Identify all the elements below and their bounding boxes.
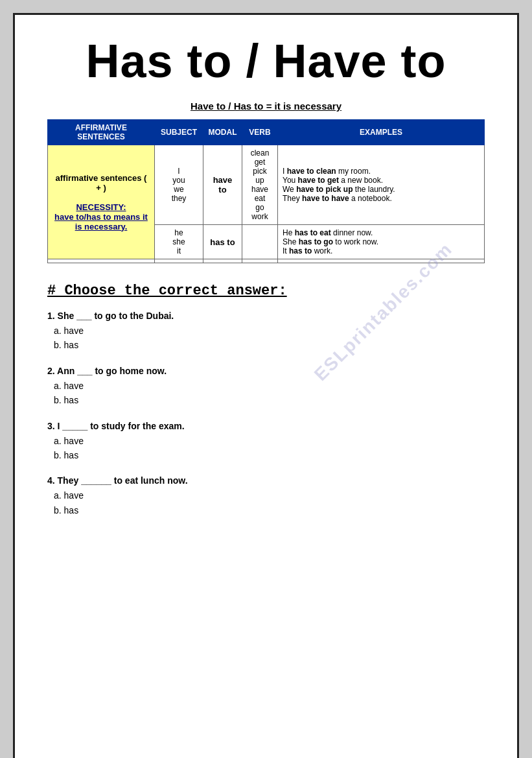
header-affirmative: AFFIRMATIVESENTENCES <box>48 120 155 145</box>
question-2-option-a: a. have <box>54 379 485 393</box>
question-4-text: 4. They ______ to eat lunch now. <box>47 475 485 486</box>
grammar-table: AFFIRMATIVESENTENCES SUBJECT MODAL VERB … <box>47 119 485 263</box>
subject-row2: hesheit <box>155 225 203 259</box>
affirmative-label-cell: affirmative sentences ( + ) NECESSITY:ha… <box>48 145 155 259</box>
header-subject: SUBJECT <box>155 120 203 145</box>
modal-row1: haveto <box>203 145 242 225</box>
question-4-option-a: a. have <box>54 488 485 503</box>
header-verb: VERB <box>242 120 278 145</box>
header-modal: MODAL <box>203 120 242 145</box>
affirmative-label: affirmative sentences ( + ) <box>56 173 147 193</box>
section-heading: # Choose the correct answer: <box>47 283 485 299</box>
question-1-option-b: b. has <box>54 338 485 352</box>
question-1-option-a: a. have <box>54 324 485 338</box>
question-2-option-b: b. has <box>54 393 485 407</box>
examples-row2: He has to eat dinner now. She has to go … <box>278 225 485 259</box>
subtitle: Have to / Has to = it is necessary <box>47 101 485 112</box>
subject-row1: Iyouwethey <box>155 145 203 225</box>
question-4: 4. They ______ to eat lunch now. a. have… <box>47 475 485 517</box>
question-3-option-a: a. have <box>54 434 485 448</box>
verb-row2 <box>242 225 278 259</box>
question-2: 2. Ann ___ to go home now. a. have b. ha… <box>47 366 485 408</box>
page: ESLprintables.com Has to / Have to Have … <box>13 13 519 758</box>
verb-row1: cleangetpickuphaveeatgowork <box>242 145 278 225</box>
question-4-option-b: b. has <box>54 503 485 517</box>
question-3-text: 3. I _____ to study for the exam. <box>47 421 485 431</box>
necessity-label: NECESSITY:have to/has to means it is nec… <box>54 202 148 231</box>
modal-row2: has to <box>203 225 242 259</box>
examples-row1: I have to clean my room. You have to get… <box>278 145 485 225</box>
page-title: Has to / Have to <box>47 34 485 88</box>
question-2-text: 2. Ann ___ to go home now. <box>47 366 485 376</box>
question-3: 3. I _____ to study for the exam. a. hav… <box>47 421 485 463</box>
question-1-text: 1. She ___ to go to the Dubai. <box>47 311 485 321</box>
question-3-option-b: b. has <box>54 448 485 462</box>
header-examples: EXAMPLES <box>278 120 485 145</box>
question-1: 1. She ___ to go to the Dubai. a. have b… <box>47 311 485 353</box>
